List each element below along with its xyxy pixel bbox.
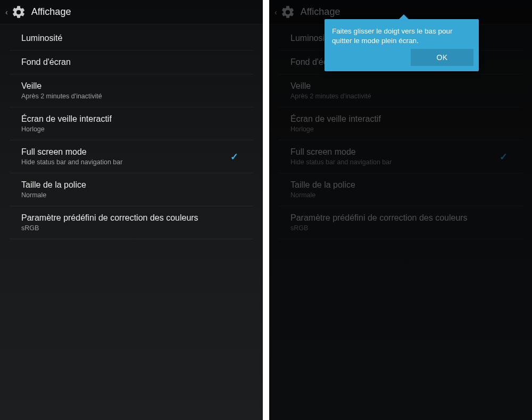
back-icon[interactable]: ‹: [4, 6, 9, 19]
setting-subtitle: Horloge: [21, 125, 242, 133]
setting-color-correction[interactable]: Paramètre prédéfini de correction des co…: [10, 206, 253, 239]
setting-title: Veille: [290, 81, 511, 91]
setting-subtitle: Normale: [290, 191, 511, 199]
setting-subtitle: sRGB: [290, 224, 511, 232]
setting-subtitle: Hide status bar and navigation bar: [21, 158, 242, 166]
action-bar: ‹ Affichage: [0, 0, 263, 24]
setting-brightness[interactable]: Luminosité: [10, 27, 253, 51]
setting-title: Luminosité: [21, 33, 242, 43]
page-title: Affichage: [31, 6, 71, 18]
setting-daydream[interactable]: Écran de veille interactif Horloge: [10, 107, 253, 140]
tooltip-ok-button[interactable]: OK: [411, 49, 473, 66]
setting-sleep[interactable]: Veille Après 2 minutes d'inactivité: [10, 74, 253, 107]
setting-daydream[interactable]: Écran de veille interactif Horloge: [279, 107, 522, 140]
setting-subtitle: Hide status bar and navigation bar: [290, 158, 511, 166]
setting-wallpaper[interactable]: Fond d'écran: [10, 51, 253, 74]
setting-font-size[interactable]: Taille de la police Normale: [10, 173, 253, 206]
setting-title: Écran de veille interactif: [290, 114, 511, 124]
setting-title: Full screen mode: [21, 147, 242, 157]
setting-fullscreen-mode[interactable]: Full screen mode Hide status bar and nav…: [279, 140, 522, 173]
setting-title: Taille de la police: [21, 180, 242, 190]
setting-title: Paramètre prédéfini de correction des co…: [290, 213, 511, 223]
setting-title: Full screen mode: [290, 147, 511, 157]
setting-title: Fond d'écran: [21, 57, 242, 67]
setting-fullscreen-mode[interactable]: Full screen mode Hide status bar and nav…: [10, 140, 253, 173]
setting-sleep[interactable]: Veille Après 2 minutes d'inactivité: [279, 74, 522, 107]
setting-title: Taille de la police: [290, 180, 511, 190]
tooltip-message: Faites glisser le doigt vers le bas pour…: [332, 27, 453, 45]
setting-font-size[interactable]: Taille de la police Normale: [279, 173, 522, 206]
settings-list: Luminosité Fond d'écran Veille Après 2 m…: [0, 24, 263, 239]
setting-subtitle: Après 2 minutes d'inactivité: [21, 93, 242, 100]
phone-left: ‹ Affichage Luminosité Fond d'écran Veil…: [0, 0, 263, 420]
setting-subtitle: Normale: [21, 191, 242, 199]
setting-title: Écran de veille interactif: [21, 114, 242, 124]
setting-subtitle: sRGB: [21, 224, 242, 232]
screenshot-pair: ‹ Affichage Luminosité Fond d'écran Veil…: [0, 0, 532, 420]
setting-subtitle: Horloge: [290, 125, 511, 133]
phone-right: ‹ Affichage Luminosité Fond d'écran Veil…: [269, 0, 532, 420]
settings-gear-icon[interactable]: [280, 5, 295, 20]
page-title: Affichage: [301, 6, 340, 18]
checkmark-icon[interactable]: ✓: [230, 151, 238, 163]
setting-color-correction[interactable]: Paramètre prédéfini de correction des co…: [279, 206, 522, 239]
setting-title: Paramètre prédéfini de correction des co…: [21, 213, 242, 223]
immersive-hint-tooltip: Faites glisser le doigt vers le bas pour…: [325, 19, 479, 71]
setting-title: Veille: [21, 81, 242, 91]
settings-gear-icon[interactable]: [11, 5, 26, 20]
checkmark-icon[interactable]: ✓: [500, 151, 508, 163]
setting-subtitle: Après 2 minutes d'inactivité: [290, 93, 511, 100]
back-icon[interactable]: ‹: [273, 6, 278, 19]
